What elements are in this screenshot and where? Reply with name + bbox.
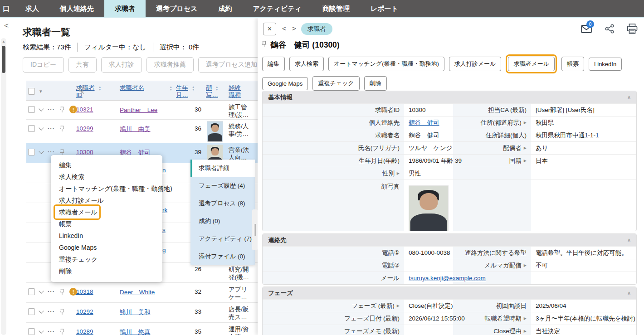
- row-checkbox[interactable]: [28, 308, 35, 315]
- collapse-chevron-icon[interactable]: [627, 94, 631, 100]
- row-checkbox[interactable]: [28, 149, 35, 155]
- unpin-all-icon[interactable]: [78, 87, 84, 96]
- menu-item-edit[interactable]: 編集: [51, 159, 162, 171]
- linkedin-button[interactable]: LinkedIn: [589, 58, 622, 71]
- personal-contact-link[interactable]: 鶴谷 健司: [409, 119, 439, 127]
- mail-icon[interactable]: 0: [581, 24, 592, 35]
- table-row[interactable]: 10289 鴨川 悠真 35 運用/資金管…: [26, 323, 259, 335]
- menu-item-duplicate-check[interactable]: 重複チェック: [51, 253, 162, 265]
- chevron-down-icon[interactable]: [39, 288, 44, 293]
- close-button[interactable]: ×: [263, 23, 276, 35]
- delete-button[interactable]: 削除: [364, 76, 387, 91]
- row-id-link[interactable]: 10321: [76, 106, 93, 113]
- table-row[interactable]: 10321 Panther Lee 30 施工管理/設…: [26, 101, 259, 120]
- nav-item-deal-management[interactable]: 商談管理: [312, 0, 360, 17]
- panel-resize-handle[interactable]: [252, 209, 258, 250]
- row-id-link[interactable]: 10289: [76, 328, 93, 335]
- job-proposal-button[interactable]: 求人打診: [101, 57, 142, 73]
- pin-icon[interactable]: [59, 288, 65, 297]
- row-checkbox[interactable]: [28, 125, 35, 132]
- row-name-link[interactable]: 鳩川 由美: [120, 126, 151, 132]
- share-icon[interactable]: [605, 24, 614, 35]
- row-name-link[interactable]: rk: [162, 207, 167, 214]
- more-actions-icon[interactable]: [48, 125, 55, 131]
- sort-icon[interactable]: [215, 84, 218, 100]
- more-actions-icon[interactable]: [48, 288, 55, 295]
- table-row[interactable]: 10299 鳩川 由美 36 総務/人事/労…: [26, 120, 259, 143]
- report-form-button[interactable]: 帳票: [561, 57, 584, 71]
- nav-item-candidates[interactable]: 求職者: [104, 0, 146, 17]
- menu-item-report-form[interactable]: 帳票: [51, 218, 162, 230]
- pin-icon[interactable]: [261, 40, 267, 50]
- column-header-job[interactable]: 経験職種: [229, 81, 259, 100]
- row-name-link[interactable]: n: [162, 167, 166, 174]
- tab-candidate-detail[interactable]: 求職者詳細: [190, 160, 255, 177]
- job-search-button[interactable]: 求人検索: [289, 57, 324, 71]
- row-name-link[interactable]: 鴨川 悠真: [120, 329, 151, 335]
- row-checkbox[interactable]: [28, 106, 35, 113]
- row-id-link[interactable]: 10292: [76, 308, 93, 315]
- row-id-link[interactable]: 10300: [76, 149, 93, 155]
- job-proposal-mail-button[interactable]: 求人打診メール: [449, 57, 502, 71]
- row-name-link[interactable]: 鯵川 美和: [120, 309, 151, 316]
- nav-item-selection-process[interactable]: 選考プロセス: [146, 0, 208, 17]
- row-id-link[interactable]: 10318: [76, 288, 93, 295]
- tab-phase-history[interactable]: フェーズ履歴 (4): [190, 177, 255, 195]
- row-name-link[interactable]: Deer White: [120, 289, 155, 296]
- pin-icon[interactable]: [59, 106, 65, 115]
- sort-icon[interactable]: [98, 84, 101, 100]
- more-actions-icon[interactable]: [48, 308, 55, 315]
- column-header-name[interactable]: 求職者名: [120, 81, 176, 100]
- menu-item-google-maps[interactable]: Google Maps: [51, 242, 162, 253]
- chevron-down-icon[interactable]: [39, 328, 44, 333]
- collapse-sidebar-icon[interactable]: <: [4, 22, 9, 29]
- edit-button[interactable]: 編集: [262, 57, 285, 71]
- more-actions-icon[interactable]: [48, 149, 55, 155]
- auto-matching-button[interactable]: オートマッチング(業種・職種・勤務地): [328, 57, 444, 71]
- chevron-down-icon[interactable]: [39, 149, 44, 154]
- duplicate-check-button[interactable]: 重複チェック: [312, 76, 359, 91]
- nav-item-partial[interactable]: 口: [0, 0, 15, 17]
- chevron-down-icon[interactable]: [39, 106, 44, 111]
- column-header-photo[interactable]: 顔写…: [203, 81, 229, 100]
- add-selection-process-button[interactable]: 選考プロセス追加: [198, 57, 259, 73]
- select-menu-caret[interactable]: [39, 88, 42, 95]
- candidate-recommend-button[interactable]: 求職者推薦: [146, 57, 194, 73]
- row-checkbox[interactable]: [28, 288, 35, 295]
- pin-icon[interactable]: [59, 125, 65, 134]
- column-header-birth[interactable]: 生年月…: [176, 81, 203, 100]
- menu-item-linkedin[interactable]: LinkedIn: [51, 230, 162, 242]
- tab-placements[interactable]: 成約 (0): [190, 212, 255, 230]
- menu-item-job-search[interactable]: 求人検索: [51, 171, 162, 183]
- prev-record-icon[interactable]: <: [282, 25, 286, 32]
- sort-icon[interactable]: [192, 84, 195, 100]
- menu-item-delete[interactable]: 削除: [51, 265, 162, 277]
- menu-item-auto-matching[interactable]: オートマッチング(業種・職種・勤務地): [51, 183, 162, 194]
- collapse-chevron-icon[interactable]: [627, 237, 631, 243]
- more-actions-icon[interactable]: [48, 106, 55, 112]
- id-copy-button[interactable]: IDコピー: [23, 57, 64, 73]
- nav-item-activities[interactable]: アクティビティ: [242, 0, 312, 17]
- tab-selection-process[interactable]: 選考プロセス (8): [190, 195, 255, 213]
- section-header[interactable]: 連絡先: [263, 234, 636, 246]
- collapse-chevron-icon[interactable]: [627, 290, 631, 296]
- nav-item-reports[interactable]: レポート: [360, 0, 409, 17]
- share-button[interactable]: 共有: [68, 57, 97, 73]
- row-checkbox[interactable]: [28, 328, 35, 335]
- more-actions-icon[interactable]: [48, 328, 55, 335]
- pin-icon[interactable]: [59, 328, 65, 335]
- nav-item-personal-contacts[interactable]: 個人連絡先: [49, 0, 104, 17]
- tab-attachments[interactable]: 添付ファイル (0): [190, 248, 255, 265]
- section-header[interactable]: 基本情報: [263, 91, 636, 103]
- menu-item-candidate-mail[interactable]: 求職者メール: [51, 206, 162, 218]
- menu-item-job-proposal-mail[interactable]: 求人打診メール: [51, 194, 162, 206]
- pin-icon[interactable]: [59, 308, 65, 317]
- nav-item-placements[interactable]: 成約: [208, 0, 242, 17]
- chevron-down-icon[interactable]: [39, 125, 44, 130]
- scroll-up-icon[interactable]: ▲: [1, 39, 6, 44]
- row-name-link[interactable]: g: [162, 247, 166, 253]
- chevron-down-icon[interactable]: [39, 308, 44, 313]
- table-row[interactable]: 10292 鯵川 美和 33 店長/販売ス…: [26, 303, 259, 323]
- sort-icon[interactable]: [170, 84, 172, 100]
- candidate-mail-button[interactable]: 求職者メール: [508, 57, 555, 71]
